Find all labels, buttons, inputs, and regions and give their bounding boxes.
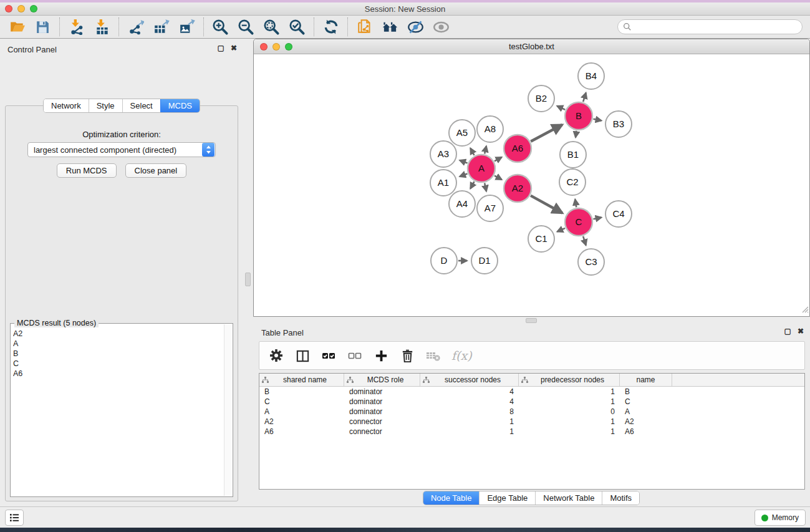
edge-C-C3[interactable]	[583, 236, 586, 245]
table-cell[interactable]: connector	[344, 417, 420, 426]
memory-button[interactable]: Memory	[755, 510, 806, 526]
tab-style[interactable]: Style	[89, 99, 122, 112]
show-eye-icon[interactable]	[433, 19, 450, 36]
close-panel-icon[interactable]: ✖	[798, 327, 804, 335]
network-canvas[interactable]: B4B2BB3A8A5A6A3B1AA1C2A2A4A7C4CC1DD1C3	[254, 55, 809, 316]
column-layout-icon[interactable]	[294, 347, 311, 364]
table-row[interactable]: A2connector11A2	[259, 417, 804, 427]
tab-mcds[interactable]: MCDS	[160, 99, 200, 112]
graph-node-B1[interactable]: B1	[560, 142, 586, 168]
graph-node-A6[interactable]: A6	[504, 135, 531, 162]
edge-A-A6[interactable]	[494, 157, 502, 161]
edge-A-A8[interactable]	[485, 146, 486, 153]
graph-node-A8[interactable]: A8	[477, 116, 503, 142]
column-header-predecessor-nodes[interactable]: predecessor nodes	[519, 374, 620, 386]
edge-A-A3[interactable]	[460, 160, 467, 163]
table-cell[interactable]: 1	[420, 427, 519, 436]
zoom-out-icon[interactable]	[238, 19, 254, 36]
zoom-selected-icon[interactable]	[289, 19, 306, 36]
table-cell[interactable]: A	[620, 407, 672, 416]
graph-node-A5[interactable]: A5	[449, 120, 475, 146]
float-panel-icon[interactable]: ▢	[784, 327, 791, 335]
graph-node-D[interactable]: D	[431, 248, 457, 274]
table-cell[interactable]: A6	[259, 427, 344, 436]
home-icon[interactable]	[382, 19, 398, 36]
table-cell[interactable]: 4	[420, 387, 519, 396]
column-header-shared-name[interactable]: shared name	[259, 374, 344, 386]
tab-motifs[interactable]: Motifs	[602, 491, 639, 505]
export-network-icon[interactable]	[127, 19, 144, 36]
close-panel-icon[interactable]: ✖	[231, 44, 237, 52]
tab-network[interactable]: Network	[44, 99, 89, 112]
export-table-icon[interactable]	[153, 19, 170, 36]
network-graph[interactable]: B4B2BB3A8A5A6A3B1AA1C2A2A4A7C4CC1DD1C3	[254, 55, 809, 316]
table-row[interactable]: Bdominator41B	[259, 387, 804, 397]
delete-column-trash-icon[interactable]	[399, 347, 415, 364]
graph-node-C2[interactable]: C2	[559, 169, 586, 195]
table-row[interactable]: Adominator80A	[259, 407, 804, 417]
mcds-result-item[interactable]: A2	[13, 329, 223, 339]
column-header-successor-nodes[interactable]: successor nodes	[420, 374, 519, 386]
edge-B-B4[interactable]	[583, 93, 586, 102]
criterion-dropdown[interactable]: largest connected component (directed)	[27, 142, 216, 157]
table-cell[interactable]: 1	[519, 397, 620, 406]
mcds-result-item[interactable]: A6	[13, 369, 223, 379]
graph-node-A[interactable]: A	[468, 155, 495, 182]
table-cell[interactable]: 8	[420, 407, 519, 416]
import-table-icon[interactable]	[94, 19, 110, 36]
tab-select[interactable]: Select	[122, 99, 160, 112]
table-cell[interactable]: dominator	[344, 387, 420, 396]
window-resize-grip[interactable]	[801, 304, 809, 316]
graph-node-A1[interactable]: A1	[430, 170, 456, 196]
zoom-fit-icon[interactable]	[263, 19, 280, 36]
graph-node-A3[interactable]: A3	[430, 141, 456, 167]
search-input[interactable]	[635, 22, 797, 32]
table-cell[interactable]: A2	[259, 417, 344, 426]
table-cell[interactable]: 4	[420, 397, 519, 406]
graph-node-C[interactable]: C	[565, 208, 592, 236]
import-network-icon[interactable]	[68, 19, 85, 36]
column-header-name[interactable]: name	[620, 374, 672, 386]
column-header-MCDS-role[interactable]: MCDS role	[344, 374, 420, 386]
horizontal-splitter[interactable]	[253, 317, 810, 324]
table-cell[interactable]: A2	[620, 417, 672, 426]
graph-node-D1[interactable]: D1	[471, 248, 498, 274]
tab-edge-table[interactable]: Edge Table	[479, 491, 535, 505]
edge-B-B3[interactable]	[594, 119, 602, 121]
edge-C-C2[interactable]	[575, 200, 576, 208]
edge-C-C4[interactable]	[594, 218, 602, 220]
table-cell[interactable]: C	[259, 397, 344, 406]
table-cell[interactable]: B	[259, 387, 344, 396]
node-table[interactable]: shared nameMCDS rolesuccessor nodesprede…	[259, 373, 805, 490]
mcds-result-item[interactable]: A	[13, 339, 223, 349]
vertical-splitter[interactable]	[243, 39, 253, 506]
graph-node-A2[interactable]: A2	[504, 175, 531, 202]
graph-node-B4[interactable]: B4	[578, 63, 604, 89]
table-cell[interactable]: A6	[620, 427, 672, 436]
edge-A-A4[interactable]	[470, 181, 474, 188]
select-all-checkboxes-icon[interactable]	[321, 347, 337, 364]
refresh-icon[interactable]	[322, 19, 339, 36]
export-image-icon[interactable]	[178, 19, 195, 36]
table-row[interactable]: Cdominator41C	[259, 397, 804, 407]
hide-glasses-icon[interactable]	[407, 19, 424, 36]
edge-A-A2[interactable]	[494, 176, 502, 180]
table-cell[interactable]: B	[620, 387, 672, 396]
tab-node-table[interactable]: Node Table	[423, 491, 480, 505]
table-cell[interactable]: C	[620, 397, 672, 406]
table-cell[interactable]: 1	[519, 417, 620, 426]
add-column-icon[interactable]	[373, 347, 389, 364]
graph-node-A7[interactable]: A7	[477, 195, 503, 221]
edge-A-A5[interactable]	[470, 148, 474, 155]
mcds-result-list[interactable]: A2ABCA6	[13, 329, 223, 494]
edge-B-B2[interactable]	[557, 106, 565, 110]
run-mcds-button[interactable]: Run MCDS	[57, 163, 117, 178]
close-panel-button[interactable]: Close panel	[125, 163, 187, 178]
delete-table-icon[interactable]	[425, 347, 441, 364]
graph-node-C4[interactable]: C4	[605, 201, 632, 227]
table-cell[interactable]: A	[259, 407, 344, 416]
splitter-grip[interactable]	[245, 273, 251, 286]
edge-A6-B[interactable]	[531, 125, 562, 142]
mcds-result-item[interactable]: B	[13, 349, 223, 359]
graph-node-C1[interactable]: C1	[528, 226, 554, 252]
